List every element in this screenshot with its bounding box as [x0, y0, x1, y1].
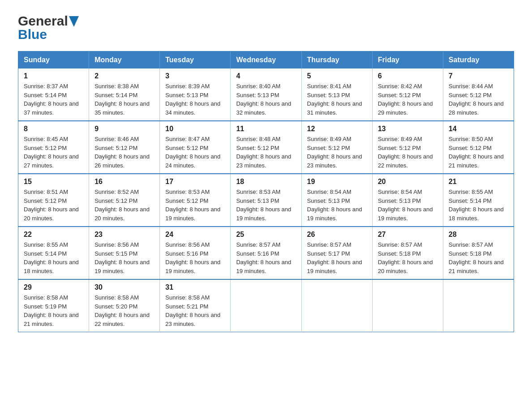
- calendar-cell: 5 Sunrise: 8:41 AMSunset: 5:13 PMDayligh…: [301, 68, 372, 121]
- day-info: Sunrise: 8:41 AMSunset: 5:13 PMDaylight:…: [307, 83, 362, 116]
- calendar-cell: 31 Sunrise: 8:58 AMSunset: 5:21 PMDaylig…: [160, 279, 231, 332]
- day-info: Sunrise: 8:45 AMSunset: 5:12 PMDaylight:…: [24, 136, 79, 169]
- logo-general: General: [18, 13, 68, 29]
- calendar-cell: [372, 279, 443, 332]
- day-number: 22: [24, 231, 83, 239]
- day-info: Sunrise: 8:50 AMSunset: 5:12 PMDaylight:…: [449, 136, 504, 169]
- day-number: 31: [165, 283, 225, 291]
- day-number: 24: [165, 231, 225, 239]
- day-info: Sunrise: 8:53 AMSunset: 5:13 PMDaylight:…: [236, 188, 291, 222]
- day-number: 5: [307, 72, 367, 80]
- calendar-header: SundayMondayTuesdayWednesdayThursdayFrid…: [18, 51, 514, 69]
- day-number: 30: [94, 283, 154, 291]
- calendar-cell: 30 Sunrise: 8:58 AMSunset: 5:20 PMDaylig…: [89, 279, 160, 332]
- day-number: 28: [449, 231, 508, 239]
- day-number: 15: [24, 178, 83, 186]
- day-info: Sunrise: 8:58 AMSunset: 5:20 PMDaylight:…: [94, 294, 150, 327]
- header-row: SundayMondayTuesdayWednesdayThursdayFrid…: [18, 51, 514, 69]
- day-number: 21: [449, 178, 508, 186]
- day-number: 10: [165, 125, 225, 133]
- calendar-cell: 11 Sunrise: 8:48 AMSunset: 5:12 PMDaylig…: [231, 121, 301, 174]
- day-info: Sunrise: 8:53 AMSunset: 5:12 PMDaylight:…: [165, 188, 220, 222]
- day-info: Sunrise: 8:54 AMSunset: 5:13 PMDaylight:…: [378, 188, 433, 222]
- header-day-saturday: Saturday: [443, 51, 514, 69]
- header-day-tuesday: Tuesday: [160, 51, 231, 69]
- day-number: 18: [236, 178, 296, 186]
- day-number: 26: [307, 231, 367, 239]
- calendar-cell: 4 Sunrise: 8:40 AMSunset: 5:13 PMDayligh…: [231, 68, 301, 121]
- day-info: Sunrise: 8:49 AMSunset: 5:12 PMDaylight:…: [378, 136, 433, 169]
- calendar-cell: 22 Sunrise: 8:55 AMSunset: 5:14 PMDaylig…: [18, 227, 89, 279]
- calendar-body: 1 Sunrise: 8:37 AMSunset: 5:14 PMDayligh…: [18, 68, 514, 332]
- day-number: 20: [378, 178, 438, 186]
- day-number: 1: [24, 72, 83, 80]
- calendar-cell: 19 Sunrise: 8:54 AMSunset: 5:13 PMDaylig…: [301, 174, 372, 227]
- day-number: 14: [449, 125, 508, 133]
- day-info: Sunrise: 8:58 AMSunset: 5:19 PMDaylight:…: [24, 294, 79, 327]
- day-info: Sunrise: 8:57 AMSunset: 5:18 PMDaylight:…: [449, 241, 504, 274]
- calendar-table: SundayMondayTuesdayWednesdayThursdayFrid…: [18, 51, 514, 332]
- day-info: Sunrise: 8:51 AMSunset: 5:12 PMDaylight:…: [24, 188, 79, 222]
- calendar-cell: [231, 279, 301, 332]
- calendar-cell: 12 Sunrise: 8:49 AMSunset: 5:12 PMDaylig…: [301, 121, 372, 174]
- day-number: 9: [94, 125, 154, 133]
- day-info: Sunrise: 8:48 AMSunset: 5:12 PMDaylight:…: [236, 136, 291, 169]
- day-info: Sunrise: 8:54 AMSunset: 5:13 PMDaylight:…: [307, 188, 362, 222]
- day-number: 17: [165, 178, 225, 186]
- header-day-friday: Friday: [372, 51, 443, 69]
- calendar-cell: 17 Sunrise: 8:53 AMSunset: 5:12 PMDaylig…: [160, 174, 231, 227]
- day-info: Sunrise: 8:57 AMSunset: 5:16 PMDaylight:…: [236, 241, 291, 274]
- day-number: 25: [236, 231, 296, 239]
- calendar-cell: 20 Sunrise: 8:54 AMSunset: 5:13 PMDaylig…: [372, 174, 443, 227]
- calendar-cell: 29 Sunrise: 8:58 AMSunset: 5:19 PMDaylig…: [18, 279, 89, 332]
- week-row-4: 22 Sunrise: 8:55 AMSunset: 5:14 PMDaylig…: [18, 227, 514, 279]
- day-number: 29: [24, 283, 83, 291]
- logo-arrow-icon: [69, 16, 79, 27]
- day-number: 19: [307, 178, 367, 186]
- day-info: Sunrise: 8:58 AMSunset: 5:21 PMDaylight:…: [165, 294, 220, 327]
- day-number: 3: [165, 72, 225, 80]
- logo: General Blue: [18, 13, 79, 42]
- day-number: 27: [378, 231, 438, 239]
- logo-blue: Blue: [18, 27, 47, 42]
- day-info: Sunrise: 8:37 AMSunset: 5:14 PMDaylight:…: [24, 83, 79, 116]
- day-info: Sunrise: 8:40 AMSunset: 5:13 PMDaylight:…: [236, 83, 291, 116]
- calendar-cell: 3 Sunrise: 8:39 AMSunset: 5:13 PMDayligh…: [160, 68, 231, 121]
- day-info: Sunrise: 8:57 AMSunset: 5:18 PMDaylight:…: [378, 241, 433, 274]
- calendar-cell: 7 Sunrise: 8:44 AMSunset: 5:12 PMDayligh…: [443, 68, 514, 121]
- header-day-sunday: Sunday: [18, 51, 89, 69]
- calendar-cell: [301, 279, 372, 332]
- week-row-2: 8 Sunrise: 8:45 AMSunset: 5:12 PMDayligh…: [18, 121, 514, 174]
- calendar-cell: 21 Sunrise: 8:55 AMSunset: 5:14 PMDaylig…: [443, 174, 514, 227]
- day-number: 2: [94, 72, 154, 80]
- calendar-cell: [443, 279, 514, 332]
- calendar-cell: 16 Sunrise: 8:52 AMSunset: 5:12 PMDaylig…: [89, 174, 160, 227]
- header-day-monday: Monday: [89, 51, 160, 69]
- day-number: 4: [236, 72, 296, 80]
- svg-marker-0: [69, 16, 79, 27]
- calendar-cell: 1 Sunrise: 8:37 AMSunset: 5:14 PMDayligh…: [18, 68, 89, 121]
- day-info: Sunrise: 8:56 AMSunset: 5:16 PMDaylight:…: [165, 241, 220, 274]
- day-number: 7: [449, 72, 508, 80]
- page-header: General Blue: [18, 13, 514, 42]
- day-number: 16: [94, 178, 154, 186]
- calendar-cell: 14 Sunrise: 8:50 AMSunset: 5:12 PMDaylig…: [443, 121, 514, 174]
- day-info: Sunrise: 8:38 AMSunset: 5:14 PMDaylight:…: [94, 83, 150, 116]
- day-number: 8: [24, 125, 83, 133]
- week-row-5: 29 Sunrise: 8:58 AMSunset: 5:19 PMDaylig…: [18, 279, 514, 332]
- calendar-cell: 10 Sunrise: 8:47 AMSunset: 5:12 PMDaylig…: [160, 121, 231, 174]
- day-info: Sunrise: 8:57 AMSunset: 5:17 PMDaylight:…: [307, 241, 362, 274]
- calendar-cell: 23 Sunrise: 8:56 AMSunset: 5:15 PMDaylig…: [89, 227, 160, 279]
- day-info: Sunrise: 8:46 AMSunset: 5:12 PMDaylight:…: [94, 136, 150, 169]
- calendar-cell: 2 Sunrise: 8:38 AMSunset: 5:14 PMDayligh…: [89, 68, 160, 121]
- calendar-cell: 13 Sunrise: 8:49 AMSunset: 5:12 PMDaylig…: [372, 121, 443, 174]
- day-info: Sunrise: 8:42 AMSunset: 5:12 PMDaylight:…: [378, 83, 433, 116]
- week-row-1: 1 Sunrise: 8:37 AMSunset: 5:14 PMDayligh…: [18, 68, 514, 121]
- day-info: Sunrise: 8:55 AMSunset: 5:14 PMDaylight:…: [449, 188, 504, 222]
- day-info: Sunrise: 8:44 AMSunset: 5:12 PMDaylight:…: [449, 83, 504, 116]
- day-info: Sunrise: 8:56 AMSunset: 5:15 PMDaylight:…: [94, 241, 150, 274]
- calendar-cell: 24 Sunrise: 8:56 AMSunset: 5:16 PMDaylig…: [160, 227, 231, 279]
- calendar-cell: 28 Sunrise: 8:57 AMSunset: 5:18 PMDaylig…: [443, 227, 514, 279]
- calendar-cell: 15 Sunrise: 8:51 AMSunset: 5:12 PMDaylig…: [18, 174, 89, 227]
- day-number: 12: [307, 125, 367, 133]
